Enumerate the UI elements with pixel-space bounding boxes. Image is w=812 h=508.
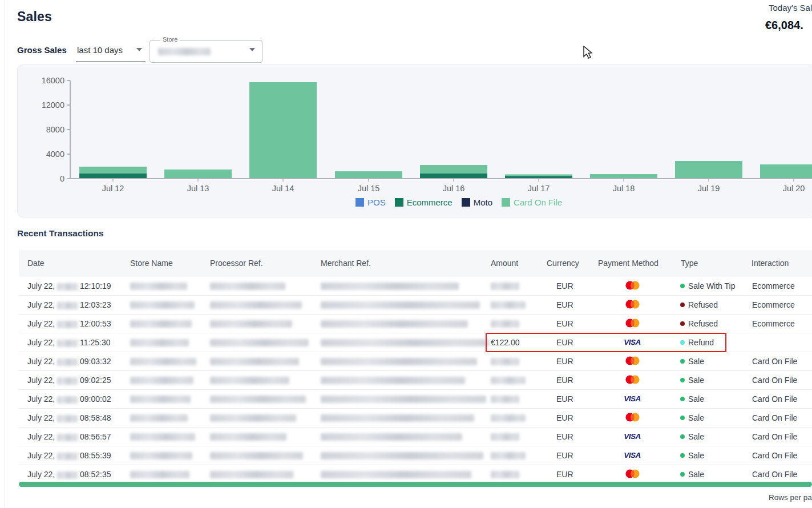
table-row[interactable]: July 22, 11:25:30 €122.00 EUR VISA Refun… (19, 333, 812, 352)
processor-ref-redacted (210, 433, 286, 441)
legend-swatch (502, 198, 510, 207)
transaction-type: Sale (688, 394, 704, 404)
redacted-year (57, 434, 78, 441)
transaction-amount: €122.00 (491, 338, 520, 347)
mastercard-icon (623, 281, 642, 292)
transaction-currency: EUR (556, 281, 573, 291)
transaction-amount (491, 471, 519, 478)
svg-text:Jul 13: Jul 13 (187, 184, 209, 193)
store-name-redacted (130, 414, 188, 422)
processor-ref-redacted (210, 358, 299, 365)
mastercard-icon (623, 356, 642, 367)
table-row[interactable]: July 22, 08:56:57 EUR VISA Sale Card On … (19, 428, 812, 446)
type-status-dot (680, 303, 685, 307)
processor-ref-redacted (210, 396, 306, 403)
transaction-date: July 22, (27, 451, 55, 460)
table-row[interactable]: July 22, 09:03:32 EUR Sale Card On File (19, 352, 812, 371)
store-name-redacted (130, 471, 189, 478)
legend-swatch (462, 198, 470, 207)
visa-icon: VISA (623, 394, 642, 403)
page-title: Sales (17, 9, 52, 25)
type-status-dot (680, 378, 685, 382)
transaction-amount (491, 433, 519, 441)
merchant-ref-redacted (321, 377, 465, 384)
gross-sales-label: Gross Sales (17, 45, 67, 55)
table-row[interactable]: July 22, 09:02:25 EUR Sale Card On File (19, 371, 812, 390)
legend-item-pos[interactable]: POS (355, 197, 386, 207)
table-row[interactable]: July 22, 12:03:23 EUR Refused Ecommerce (19, 296, 812, 315)
transaction-amount (491, 377, 526, 384)
redacted-year (57, 415, 78, 422)
merchant-ref-redacted (321, 358, 477, 365)
transaction-type: Sale (688, 451, 704, 460)
date-range-select[interactable]: last 10 days (76, 43, 146, 62)
processor-ref-redacted (210, 452, 303, 459)
transaction-interaction: Card On File (752, 376, 797, 385)
type-status-dot (680, 416, 685, 420)
transaction-interaction: Ecommerce (752, 300, 795, 309)
chart-legend: POSEcommerceMotoCard On File (355, 197, 562, 207)
svg-text:Jul 16: Jul 16 (443, 184, 465, 193)
table-row[interactable]: July 22, 08:58:48 EUR Sale Card On File (19, 409, 812, 428)
column-header-store-name: Store Name (130, 259, 173, 268)
table-row[interactable]: July 22, 09:00:02 EUR VISA Sale Card On … (19, 390, 812, 409)
mastercard-icon (623, 318, 642, 329)
transaction-interaction: Card On File (752, 413, 797, 422)
transaction-interaction: Ecommerce (752, 281, 795, 291)
store-select[interactable]: Store (150, 40, 262, 63)
transaction-date: July 22, (27, 432, 55, 441)
merchant-ref-redacted (321, 433, 462, 441)
todays-sales-value: €6,084. (765, 19, 803, 32)
transaction-time: 09:00:02 (80, 394, 111, 404)
transaction-type: Sale (688, 470, 704, 479)
transaction-type: Refund (688, 338, 714, 347)
transaction-amount (491, 396, 519, 403)
store-name-redacted (130, 339, 189, 346)
legend-item-ecommerce[interactable]: Ecommerce (395, 197, 453, 207)
redacted-year (57, 396, 78, 404)
transaction-currency: EUR (556, 451, 573, 460)
store-name-redacted (130, 433, 195, 441)
column-header-date: Date (27, 259, 45, 268)
transaction-date: July 22, (27, 281, 55, 291)
store-name-redacted (130, 301, 195, 309)
chevron-down-icon (136, 48, 142, 51)
transaction-interaction: Card On File (752, 432, 797, 441)
transactions-table: DateStore NameProcessor Ref.Merchant Ref… (19, 250, 812, 484)
column-header-interaction: Interaction (752, 259, 789, 268)
type-status-dot (680, 397, 685, 401)
processor-ref-redacted (210, 471, 293, 478)
transaction-time: 12:10:19 (80, 281, 111, 291)
processor-ref-redacted (210, 377, 289, 384)
transaction-date: July 22, (27, 319, 55, 328)
transaction-amount (491, 301, 526, 309)
visa-icon: VISA (623, 337, 642, 346)
column-header-amount: Amount (491, 259, 518, 268)
table-row[interactable]: July 22, 12:00:53 EUR Refused Ecommerce (19, 315, 812, 333)
column-header-payment-method: Payment Method (598, 259, 659, 268)
legend-item-moto[interactable]: Moto (462, 197, 492, 207)
transaction-time: 09:02:25 (80, 376, 111, 385)
type-status-dot (680, 284, 685, 288)
redacted-year (57, 283, 78, 291)
svg-text:Jul 12: Jul 12 (102, 184, 124, 193)
transaction-date: July 22, (27, 394, 55, 404)
transaction-type: Sale With Tip (688, 281, 735, 291)
svg-text:12000: 12000 (42, 100, 64, 110)
table-row[interactable]: July 22, 08:55:39 EUR VISA Sale Card On … (19, 446, 812, 465)
redacted-year (57, 321, 78, 328)
mouse-cursor (583, 46, 596, 59)
legend-item-card-on-file[interactable]: Card On File (502, 197, 562, 207)
horizontal-scrollbar-thumb[interactable] (19, 482, 812, 487)
svg-text:Jul 20: Jul 20 (783, 184, 805, 193)
column-header-currency: Currency (547, 259, 579, 268)
merchant-ref-redacted (321, 452, 483, 459)
transaction-time: 08:58:48 (80, 413, 111, 422)
type-status-dot (680, 434, 685, 439)
table-row[interactable]: July 22, 12:10:19 EUR Sale With Tip Ecom… (19, 277, 812, 296)
mastercard-icon (623, 300, 642, 311)
transaction-type: Sale (688, 357, 704, 366)
type-status-dot (680, 453, 685, 458)
processor-ref-redacted (210, 339, 309, 346)
processor-ref-redacted (210, 301, 302, 309)
